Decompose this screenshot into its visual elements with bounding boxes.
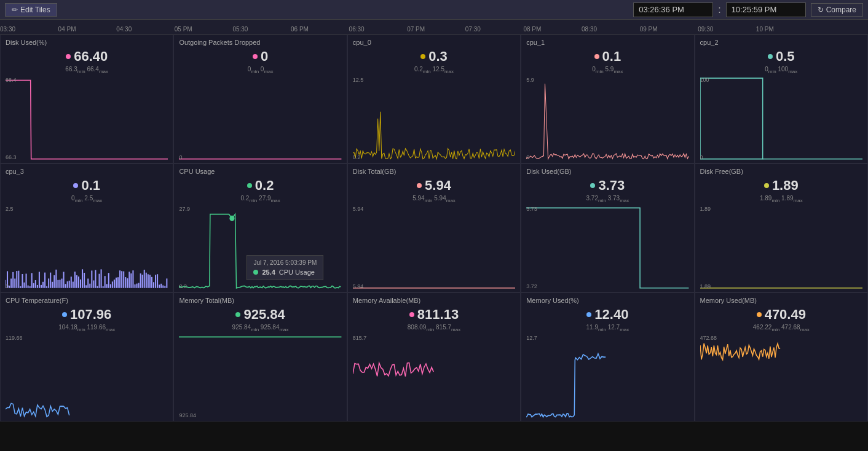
- tile-chart: 3.733.72: [526, 206, 688, 289]
- tile-dot: [253, 54, 258, 59]
- tile-title: Memory Total(MB): [179, 297, 341, 304]
- tile-chart: 119.66: [6, 335, 168, 418]
- timeline-label: 07 PM: [407, 26, 425, 33]
- tile-value: 0.1: [81, 178, 100, 194]
- tile-value: 0.1: [602, 49, 621, 65]
- tile-disk-total-gb: Disk Total(GB)5.945.94min 5.94max5.945.9…: [347, 163, 521, 292]
- tile-outgoing-packets-dropped: Outgoing Packets Dropped00min 0max0: [173, 34, 347, 163]
- tile-value-row: 66.40: [6, 49, 168, 65]
- tile-value: 66.40: [74, 49, 108, 65]
- tile-value: 12.40: [594, 307, 628, 323]
- tile-dot: [420, 54, 425, 59]
- tile-chart: 12.50.2: [353, 77, 515, 160]
- compare-button[interactable]: ↻ Compare: [811, 3, 863, 17]
- chart-bottom-label: 0.2: [179, 283, 187, 289]
- tile-title: Memory Available(MB): [353, 297, 515, 304]
- tile-value-row: 0.5: [700, 49, 862, 65]
- chart-bottom-label: 0: [179, 154, 182, 160]
- tile-dot: [764, 183, 769, 188]
- compare-icon: ↻: [818, 6, 824, 14]
- tile-title: CPU Usage: [179, 168, 341, 175]
- tile-chart: 12.7: [526, 335, 688, 418]
- tile-dot: [594, 54, 599, 59]
- tile-chart: 27.90.2Jul 7, 2016 5:03:39 PM25.4CPU Usa…: [179, 206, 341, 289]
- dashboard-grid: Disk Used(%)66.4066.3min 66.4max66.466.3…: [0, 34, 868, 451]
- tile-minmax: 808.09min 815.7max: [353, 324, 515, 332]
- edit-tiles-label: Edit Tiles: [20, 6, 50, 14]
- timeline-label: 10 PM: [756, 26, 774, 33]
- timeline-label: 05:30: [232, 26, 248, 33]
- tile-title: Disk Total(GB): [353, 168, 515, 175]
- tile-dot: [235, 312, 240, 317]
- tile-value-row: 811.13: [353, 307, 515, 323]
- tile-memory-used-mb: Memory Used(MB)470.49462.22min 472.68max…: [695, 292, 868, 422]
- tile-minmax: 0.2min 12.5max: [353, 66, 515, 74]
- start-time-input[interactable]: [633, 2, 713, 17]
- edit-tiles-button[interactable]: ✏ Edit Tiles: [5, 3, 57, 17]
- tile-title: cpu_2: [700, 39, 862, 46]
- chart-top-label: 12.5: [353, 77, 364, 83]
- tile-value: 3.73: [598, 178, 625, 194]
- tile-title: Memory Used(%): [526, 297, 688, 304]
- chart-top-label: 66.4: [6, 77, 17, 83]
- chart-bottom-label: 0: [700, 154, 703, 160]
- tile-dot: [586, 312, 591, 317]
- tile-chart: 2.50: [6, 206, 168, 289]
- tile-value: 811.13: [417, 307, 459, 323]
- tile-chart: 5.90: [526, 77, 688, 160]
- tile-title: Disk Used(GB): [526, 168, 688, 175]
- tile-dot: [417, 183, 422, 188]
- tile-value: 0.3: [428, 49, 448, 65]
- end-time-input[interactable]: [726, 2, 806, 17]
- chart-top-label: 815.7: [353, 335, 367, 341]
- chart-svg: [700, 335, 862, 418]
- tile-minmax: 66.3min 66.4max: [6, 66, 168, 74]
- tile-value-row: 0.3: [353, 49, 515, 65]
- tile-disk-free-gb: Disk Free(GB)1.891.89min 1.89max1.891.89: [695, 163, 868, 292]
- tile-title: Outgoing Packets Dropped: [179, 39, 341, 46]
- tile-dot: [768, 54, 773, 59]
- timeline-label: 07:30: [465, 26, 481, 33]
- tile-value: 470.49: [765, 307, 806, 323]
- tile-cpu-2: cpu_20.50min 100max1000: [695, 34, 868, 163]
- tile-chart: 815.7: [353, 335, 515, 418]
- tile-cpu-1: cpu_10.10min 5.9max5.90: [521, 34, 694, 163]
- svg-point-90: [230, 216, 235, 221]
- tile-dot: [62, 312, 67, 317]
- tile-value: 0.5: [776, 49, 795, 65]
- timeline-label: 09 PM: [640, 26, 658, 33]
- tile-minmax: 1.89min 1.89max: [700, 195, 862, 203]
- tile-value-row: 12.40: [526, 307, 688, 323]
- tile-title: Disk Free(GB): [700, 168, 862, 175]
- tile-memory-used-pct: Memory Used(%)12.4011.9min 12.7max12.7: [521, 292, 694, 422]
- tile-chart: 1000: [700, 77, 862, 160]
- tile-title: CPU Temperature(F): [6, 297, 168, 304]
- tile-value-row: 0.2: [179, 178, 341, 194]
- top-bar: ✏ Edit Tiles : ↻ Compare: [0, 0, 868, 20]
- chart-top-label: 5.94: [353, 206, 364, 212]
- chart-bottom-label: 3.72: [526, 283, 537, 289]
- chart-top-label: 100: [700, 77, 709, 83]
- tile-memory-total-mb: Memory Total(MB)925.84925.84min 925.84ma…: [173, 292, 347, 422]
- chart-top-label: 119.66: [6, 335, 23, 341]
- tile-cpu-0: cpu_00.30.2min 12.5max12.50.2: [347, 34, 521, 163]
- timeline-label: 06:30: [349, 26, 365, 33]
- chart-svg: [700, 77, 862, 160]
- tile-value: 107.96: [70, 307, 111, 323]
- chart-svg: [6, 335, 168, 418]
- tile-minmax: 925.84min 925.84max: [179, 324, 341, 332]
- tile-value-row: 3.73: [526, 178, 688, 194]
- chart-svg: [526, 77, 688, 160]
- tile-minmax: 0min 0max: [179, 66, 341, 74]
- tile-dot: [66, 54, 71, 59]
- chart-svg: [353, 77, 515, 160]
- tile-title: Memory Used(MB): [700, 297, 862, 304]
- compare-label: Compare: [826, 6, 856, 14]
- chart-bottom-label: 925.84: [179, 412, 196, 418]
- tile-minmax: 104.18min 119.66max: [6, 324, 168, 332]
- chart-svg: [353, 206, 515, 289]
- tile-value: 1.89: [772, 178, 799, 194]
- chart-top-label: 472.68: [700, 335, 717, 341]
- tile-minmax: 0min 2.5max: [6, 195, 168, 203]
- tile-title: Disk Used(%): [6, 39, 168, 46]
